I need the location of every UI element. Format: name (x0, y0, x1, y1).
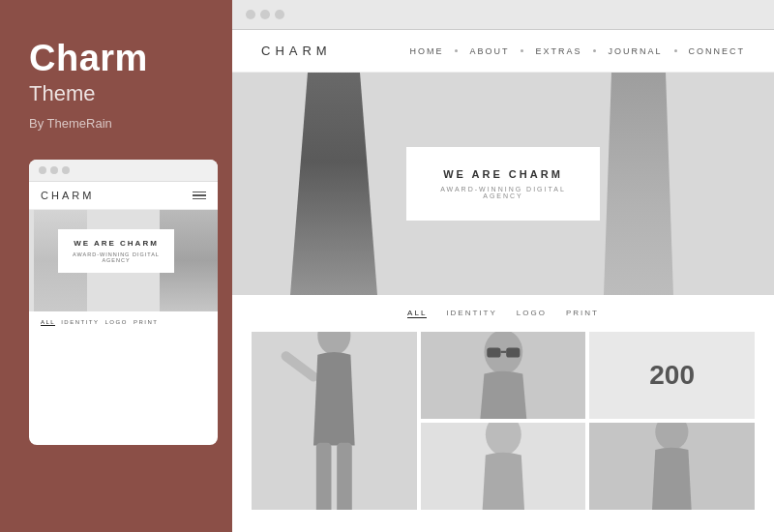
menu-separator-4 (674, 49, 677, 52)
browser-dot-1 (39, 166, 46, 174)
mobile-filter-identity[interactable]: IDENTITY (61, 319, 99, 326)
svg-rect-2 (487, 348, 500, 358)
mobile-filter-print[interactable]: PRINT (134, 319, 159, 326)
desktop-hero-subtitle: AWARD-WINNING DIGITAL AGENCY (435, 186, 571, 199)
portfolio-filters: ALL IDENTITY LOGO PRINT (252, 309, 755, 318)
hero-person-right (600, 73, 677, 295)
portfolio-filter-print[interactable]: PRINT (566, 309, 599, 318)
portfolio-item-4[interactable] (421, 423, 586, 510)
desktop-dot-3 (275, 10, 284, 19)
theme-subtitle: Theme (29, 81, 208, 106)
browser-dot-2 (50, 166, 58, 174)
mobile-portfolio-filters: ALL IDENTITY LOGO PRINT (29, 311, 218, 334)
svg-rect-8 (316, 443, 332, 510)
left-panel: Charm Theme By ThemeRain CHARM WE ARE CH… (0, 0, 232, 532)
theme-title: Charm (29, 39, 208, 79)
hamburger-line-2 (193, 194, 206, 196)
browser-dot-3 (62, 166, 70, 174)
portfolio-number: 200 (649, 360, 695, 391)
mobile-logo: CHARM (41, 190, 94, 201)
mobile-hero: WE ARE CHARM AWARD-WINNING DIGITAL AGENC… (29, 210, 218, 311)
desktop-dot-1 (246, 10, 255, 19)
desktop-dot-2 (260, 10, 270, 19)
desktop-menu: HOME ABOUT EXTRAS JOURNAL CONNECT (409, 46, 745, 56)
hero-person-left (290, 73, 377, 295)
mobile-hamburger-icon (193, 192, 206, 200)
portfolio-item-1[interactable] (421, 332, 586, 419)
desktop-menu-journal[interactable]: JOURNAL (608, 46, 662, 56)
theme-author: By ThemeRain (29, 116, 208, 131)
mobile-browser-bar (29, 160, 218, 182)
menu-separator-1 (455, 49, 458, 52)
desktop-hero: WE ARE CHARM AWARD-WINNING DIGITAL AGENC… (232, 73, 774, 295)
desktop-menu-extras[interactable]: EXTRAS (535, 46, 581, 56)
desktop-preview: CHARM HOME ABOUT EXTRAS JOURNAL CONNECT … (232, 30, 774, 532)
menu-separator-3 (593, 49, 596, 52)
portfolio-item-3[interactable] (252, 332, 417, 510)
svg-rect-9 (337, 443, 352, 510)
portfolio-item-5[interactable] (589, 423, 755, 510)
desktop-menu-about[interactable]: ABOUT (469, 46, 509, 56)
portfolio-filter-logo[interactable]: LOGO (517, 309, 547, 318)
menu-separator-2 (521, 49, 523, 52)
mobile-filter-all[interactable]: ALL (41, 319, 55, 326)
hamburger-line-3 (193, 198, 206, 200)
desktop-browser-bar (232, 0, 774, 30)
desktop-hero-title: WE ARE CHARM (435, 168, 571, 180)
mobile-preview-card: CHARM WE ARE CHARM AWARD-WINNING DIGITAL… (29, 160, 218, 445)
mobile-hero-box: WE ARE CHARM AWARD-WINNING DIGITAL AGENC… (58, 229, 174, 273)
mobile-nav: CHARM (29, 182, 218, 210)
svg-rect-3 (506, 348, 520, 358)
desktop-logo: CHARM (261, 44, 332, 58)
mobile-hero-subtitle: AWARD-WINNING DIGITAL AGENCY (70, 251, 163, 263)
portfolio-item-2[interactable]: 200 (589, 332, 755, 419)
portfolio-filter-all[interactable]: ALL (407, 309, 427, 318)
desktop-portfolio: ALL IDENTITY LOGO PRINT (232, 295, 774, 532)
mobile-hero-title: WE ARE CHARM (70, 239, 163, 248)
portfolio-grid: 200 (252, 332, 755, 510)
desktop-menu-connect[interactable]: CONNECT (689, 46, 746, 56)
desktop-hero-box: WE ARE CHARM AWARD-WINNING DIGITAL AGENC… (406, 147, 600, 221)
portfolio-filter-identity[interactable]: IDENTITY (446, 309, 496, 318)
right-panel: CHARM HOME ABOUT EXTRAS JOURNAL CONNECT … (232, 0, 774, 532)
desktop-menu-home[interactable]: HOME (409, 46, 443, 56)
desktop-nav: CHARM HOME ABOUT EXTRAS JOURNAL CONNECT (232, 30, 774, 73)
mobile-filter-logo[interactable]: LOGO (105, 319, 128, 326)
hamburger-line-1 (193, 192, 206, 193)
